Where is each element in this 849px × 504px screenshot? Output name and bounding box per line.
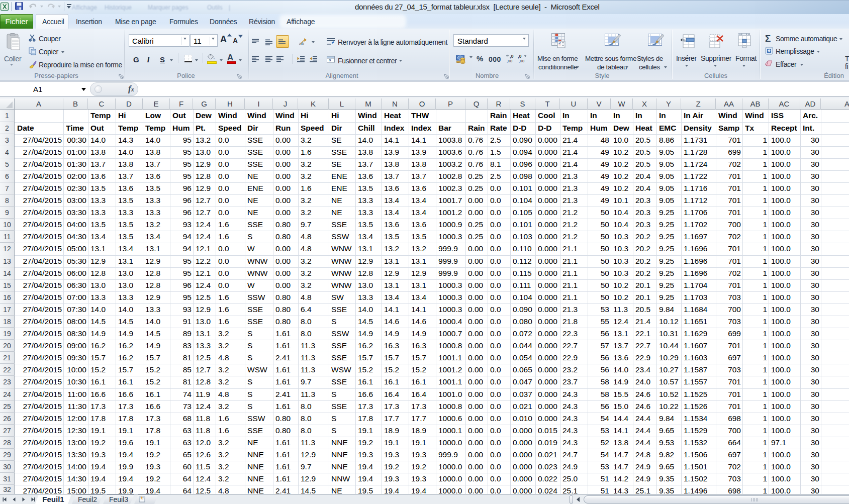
svg-text:,00: ,00 [507, 59, 513, 63]
svg-text:,0: ,0 [510, 54, 514, 59]
svg-text:,0: ,0 [518, 54, 522, 59]
svg-text:a: a [329, 58, 331, 62]
svg-text:ab: ab [299, 41, 304, 46]
svg-text:,00: ,00 [519, 59, 525, 63]
